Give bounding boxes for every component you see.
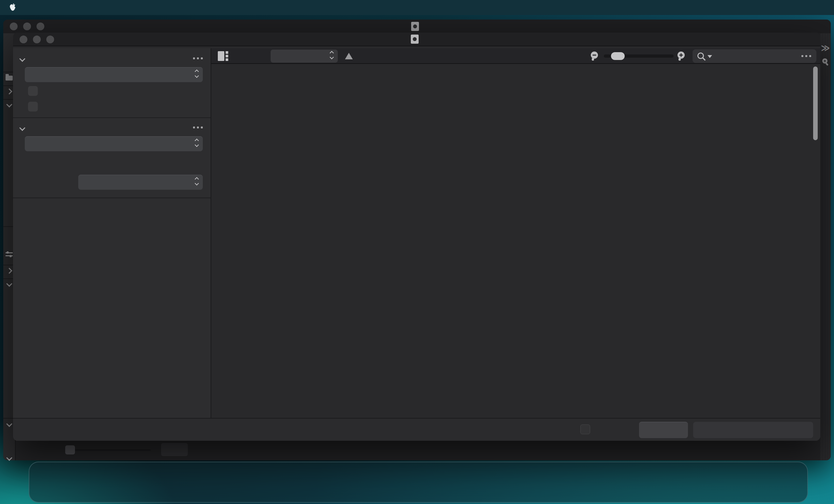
dock: [29, 462, 808, 503]
bg-window-titlebar[interactable]: [3, 20, 831, 33]
stepper-icon: [330, 51, 333, 59]
chevron-down-icon: [19, 56, 25, 62]
more-icon[interactable]: [193, 127, 203, 128]
dialog-footer: [13, 418, 820, 441]
bg-window-controls: [10, 22, 44, 30]
section-import-to[interactable]: [13, 122, 211, 135]
dialog-window-controls: [20, 36, 54, 43]
search-options-icon[interactable]: [802, 55, 811, 57]
bg-window-title: [411, 22, 423, 31]
highlight-slider-track[interactable]: [65, 449, 151, 451]
zoom-button[interactable]: [46, 36, 54, 43]
stepper-icon: [195, 70, 198, 77]
document-icon: [411, 22, 419, 31]
desktop: ≫: [0, 0, 834, 504]
exclude-duplicates-checkbox[interactable]: [28, 102, 38, 111]
dialog-title: [411, 35, 422, 44]
bg-right-toolbar: ≫: [820, 33, 831, 460]
more-icon[interactable]: [193, 58, 203, 59]
zoom-in-tool-icon[interactable]: [821, 57, 830, 68]
overflow-chevrons-icon[interactable]: ≫: [821, 43, 830, 53]
collection-dropdown[interactable]: [78, 175, 203, 190]
zoom-in-icon[interactable]: [676, 50, 687, 63]
search-scope-caret-icon: [707, 55, 712, 58]
minimize-button[interactable]: [23, 22, 31, 30]
keyboard-shortcuts-button[interactable]: [408, 423, 425, 435]
import-images-dialog: [13, 32, 820, 441]
import-to-dropdown[interactable]: [25, 136, 203, 151]
import-from-dropdown[interactable]: [25, 67, 203, 82]
include-subfolders-checkbox[interactable]: [28, 86, 38, 96]
chevron-down-icon: [19, 125, 25, 131]
import-settings-sidebar: [13, 48, 211, 441]
sort-dropdown[interactable]: [270, 49, 338, 63]
search-field[interactable]: [693, 49, 816, 63]
zoom-out-icon[interactable]: [589, 50, 600, 63]
menu-bar: [0, 0, 834, 15]
browser-toolbar: [211, 48, 820, 64]
exclude-duplicates-row: [13, 102, 211, 113]
document-icon: [411, 35, 419, 44]
sort-ascending-icon[interactable]: [345, 53, 353, 59]
close-button[interactable]: [20, 36, 27, 43]
thumbnail-browser: [211, 64, 820, 418]
stepper-icon: [195, 178, 198, 185]
highlight-value[interactable]: [161, 443, 188, 456]
section-import-from[interactable]: [13, 53, 211, 66]
highlight-adjustment-row: [16, 441, 212, 458]
zoom-button[interactable]: [37, 22, 44, 30]
chevron-down-icon[interactable]: [3, 456, 15, 460]
collapsed-sections: [13, 198, 211, 198]
search-icon: [697, 51, 706, 63]
apple-menu-icon[interactable]: [8, 3, 17, 13]
collection-row: [13, 175, 211, 190]
minimize-button[interactable]: [33, 36, 41, 43]
vertical-scrollbar[interactable]: [813, 66, 818, 140]
highlight-slider-thumb[interactable]: [65, 445, 75, 455]
import-button[interactable]: [693, 422, 813, 438]
thumbnail-zoom-slider-thumb[interactable]: [611, 52, 625, 60]
close-button[interactable]: [10, 22, 18, 30]
keyboard-icon: [408, 423, 420, 435]
stepper-icon: [195, 139, 198, 146]
cancel-button[interactable]: [639, 422, 688, 438]
viewer-layout-icon[interactable]: [218, 51, 229, 61]
pick-all-checkbox[interactable]: [580, 424, 590, 434]
dialog-titlebar[interactable]: [13, 32, 820, 46]
include-subfolders-row: [13, 86, 211, 97]
